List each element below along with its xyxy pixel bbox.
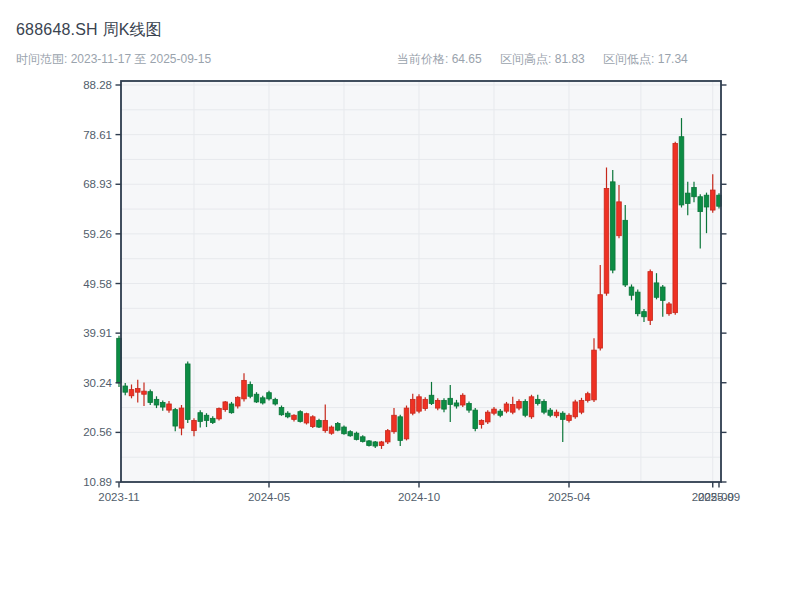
y-tick-label: 39.91 <box>83 327 112 339</box>
y-tick-label: 30.24 <box>83 377 112 389</box>
range-high-label: 区间高点: 81.83 <box>500 52 585 66</box>
y-tick-label: 88.28 <box>83 79 112 91</box>
current-price-label: 当前价格: 64.65 <box>397 52 482 66</box>
candle <box>185 361 190 423</box>
y-tick-label: 20.56 <box>83 426 112 438</box>
kline-chart: 88.2878.6168.9359.2649.5839.9130.2420.56… <box>0 0 800 600</box>
y-tick-label: 78.61 <box>83 129 112 141</box>
candle <box>473 408 478 431</box>
candle <box>298 410 303 422</box>
candle <box>460 393 465 407</box>
x-axis: 2023-112024-052024-102025-042025-092025-… <box>98 482 740 503</box>
candle <box>573 400 578 419</box>
y-tick-label: 10.89 <box>83 476 112 488</box>
candle <box>217 408 222 421</box>
candle <box>485 410 490 424</box>
candle <box>423 397 428 410</box>
candle <box>304 413 309 425</box>
candle <box>329 426 334 435</box>
candle <box>273 398 278 406</box>
x-tick-label: 2025-09 <box>698 491 740 503</box>
x-tick-label: 2024-10 <box>398 491 440 503</box>
candle <box>529 395 534 419</box>
candle <box>367 440 372 447</box>
candle <box>648 270 653 325</box>
summary-stats: 当前价格: 64.65 区间高点: 81.83 区间低点: 17.34 <box>397 51 703 68</box>
time-range-label: 时间范围: 2023-11-17 至 2025-09-15 <box>16 51 211 68</box>
candle <box>342 426 347 435</box>
y-tick-label: 68.93 <box>83 178 112 190</box>
range-low-label: 区间低点: 17.34 <box>603 52 688 66</box>
chart-title: 688648.SH 周K线图 <box>16 20 162 41</box>
candle <box>579 398 584 414</box>
candle <box>404 406 409 441</box>
candlestick-svg: 88.2878.6168.9359.2649.5839.9130.2420.56… <box>0 0 800 600</box>
y-tick-label: 59.26 <box>83 228 112 240</box>
candle <box>229 402 234 414</box>
candle <box>148 390 153 405</box>
candle <box>635 290 640 317</box>
candle <box>417 394 422 413</box>
candle <box>317 419 322 428</box>
x-tick-label: 2025-04 <box>548 491 591 503</box>
y-tick-label: 49.58 <box>83 278 112 290</box>
candle <box>435 398 440 410</box>
candle <box>385 429 390 444</box>
candle <box>523 399 528 417</box>
x-tick-label: 2024-05 <box>248 491 290 503</box>
candle <box>354 432 359 441</box>
candle <box>335 422 340 431</box>
x-tick-label: 2023-11 <box>98 491 139 503</box>
candle <box>504 402 509 413</box>
candle <box>667 302 672 316</box>
candle <box>673 142 678 315</box>
candle <box>610 170 615 273</box>
candle <box>542 399 547 414</box>
candle <box>310 415 315 428</box>
